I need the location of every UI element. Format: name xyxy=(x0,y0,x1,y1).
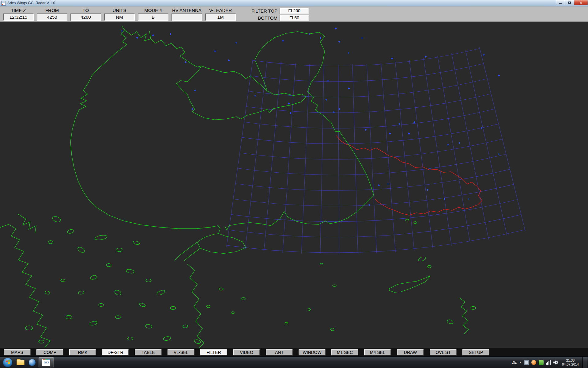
rmk-button[interactable]: RMK xyxy=(69,349,96,355)
language-indicator[interactable]: DE xyxy=(511,360,517,365)
filter-bottom-value[interactable]: FL50 xyxy=(280,15,309,21)
folder-icon xyxy=(17,360,24,365)
field-to: TO 4260 xyxy=(70,7,101,21)
v-leader-value[interactable]: 1M xyxy=(205,13,236,21)
field-time-z: TIME Z 12:32:15 xyxy=(3,7,34,21)
setup-button[interactable]: SETUP xyxy=(462,349,489,355)
track-marker xyxy=(308,33,310,35)
track-marker xyxy=(427,189,428,191)
filter-block: FILTER TOP FL200 BOTTOM FL50 xyxy=(247,7,309,21)
network-icon[interactable] xyxy=(546,360,551,365)
tray-expand-icon[interactable]: ▲ xyxy=(519,361,522,364)
radar-map[interactable] xyxy=(0,22,588,348)
window-button[interactable]: WINDOW xyxy=(299,349,326,355)
units-value[interactable]: NM xyxy=(104,13,135,21)
rv-antenna-value[interactable] xyxy=(172,13,202,21)
radar-map-canvas xyxy=(0,22,588,348)
track-marker xyxy=(185,61,187,63)
explorer-taskbar-icon[interactable] xyxy=(15,358,26,367)
track-marker xyxy=(288,103,290,105)
show-desktop-button[interactable] xyxy=(582,357,587,368)
ovl-st-button[interactable]: OVL ST xyxy=(430,349,457,355)
volume-icon[interactable] xyxy=(553,360,558,365)
track-marker xyxy=(498,75,500,76)
filter-button[interactable]: FILTER xyxy=(200,349,227,355)
track-marker xyxy=(391,58,393,59)
df-str-button[interactable]: DF-STR xyxy=(102,349,129,355)
field-v-leader: V-LEADER 1M xyxy=(205,7,236,21)
gci-app-icon: GCI xyxy=(42,359,51,366)
track-marker xyxy=(387,183,389,185)
track-marker xyxy=(338,108,340,110)
title-bar: Aries Wings GCI Radar V 1.0 × xyxy=(0,0,588,6)
track-marker xyxy=(458,142,460,144)
tray-antivirus-icon[interactable] xyxy=(539,360,544,365)
track-marker xyxy=(389,132,391,134)
track-markers[interactable] xyxy=(121,28,500,206)
round-app-icon xyxy=(28,359,36,366)
track-marker xyxy=(378,184,380,186)
track-marker xyxy=(191,108,193,110)
clock-date: 04.07.2014 xyxy=(562,362,579,366)
close-icon: × xyxy=(580,1,582,5)
minimize-button[interactable] xyxy=(556,0,565,5)
units-label: UNITS xyxy=(104,7,135,13)
draw-button[interactable]: DRAW xyxy=(397,349,424,355)
rv-antenna-label: RV ANTENNA xyxy=(172,7,202,13)
to-value[interactable]: 4260 xyxy=(70,13,101,21)
time-z-label: TIME Z xyxy=(3,7,34,13)
tray-monitor-icon[interactable] xyxy=(524,360,529,365)
vl-sel-button[interactable]: VL-SEL xyxy=(168,349,194,355)
track-marker xyxy=(468,198,470,200)
coordinate-grid xyxy=(227,47,526,254)
m4-sel-button[interactable]: M4 SEL xyxy=(364,349,391,355)
maps-button[interactable]: MAPS xyxy=(4,349,31,355)
app-window-icon xyxy=(1,1,6,6)
close-button[interactable]: × xyxy=(574,0,588,5)
field-rv-antenna: RV ANTENNA xyxy=(172,7,202,21)
windows-taskbar: GCI DE ▲ 21:38 04.07.2014 xyxy=(0,356,588,368)
maximize-button[interactable] xyxy=(565,0,574,5)
field-units: UNITS NM xyxy=(104,7,135,21)
taskbar-clock[interactable]: 21:38 04.07.2014 xyxy=(562,358,579,366)
video-button[interactable]: VIDEO xyxy=(233,349,260,355)
windows-flag-icon xyxy=(6,360,10,365)
filter-top-value[interactable]: FL200 xyxy=(280,8,309,14)
track-marker xyxy=(335,28,337,29)
mode4-label: MODE 4 xyxy=(138,7,168,13)
app-window: Aries Wings GCI Radar V 1.0 × TIME Z 12:… xyxy=(0,0,588,368)
track-marker xyxy=(481,127,483,129)
comp-button[interactable]: COMP xyxy=(36,349,63,355)
m1-sec-button[interactable]: M1 SEC xyxy=(331,349,358,355)
round-app-taskbar-icon[interactable] xyxy=(26,358,38,367)
track-marker xyxy=(413,121,415,123)
track-marker xyxy=(282,40,284,42)
filter-top-label: FILTER TOP xyxy=(247,8,280,13)
tray-update-icon[interactable] xyxy=(531,360,536,365)
start-button[interactable] xyxy=(3,358,13,367)
from-label: FROM xyxy=(37,7,67,13)
track-marker xyxy=(338,41,340,43)
track-marker xyxy=(443,198,445,200)
filter-bottom-label: BOTTOM xyxy=(247,15,280,21)
table-button[interactable]: TABLE xyxy=(135,349,162,355)
time-z-value: 12:32:15 xyxy=(3,13,34,21)
track-marker xyxy=(498,153,500,155)
track-marker xyxy=(365,129,367,131)
track-marker xyxy=(121,30,123,32)
track-marker xyxy=(425,56,427,58)
track-marker xyxy=(325,99,327,101)
ant-button[interactable]: ANT xyxy=(266,349,293,355)
system-tray: DE ▲ 21:38 04.07.2014 xyxy=(511,357,588,368)
mode4-value[interactable]: B xyxy=(138,13,168,21)
track-marker xyxy=(136,37,138,39)
track-marker xyxy=(152,34,154,36)
track-marker xyxy=(483,54,485,56)
track-marker xyxy=(361,37,363,39)
gci-taskbar-button[interactable]: GCI xyxy=(39,357,54,367)
from-value[interactable]: 4250 xyxy=(37,13,67,21)
clock-time: 21:38 xyxy=(562,358,579,362)
maximize-icon xyxy=(568,2,571,4)
coastlines xyxy=(0,26,476,348)
window-title: Aries Wings GCI Radar V 1.0 xyxy=(7,1,55,5)
